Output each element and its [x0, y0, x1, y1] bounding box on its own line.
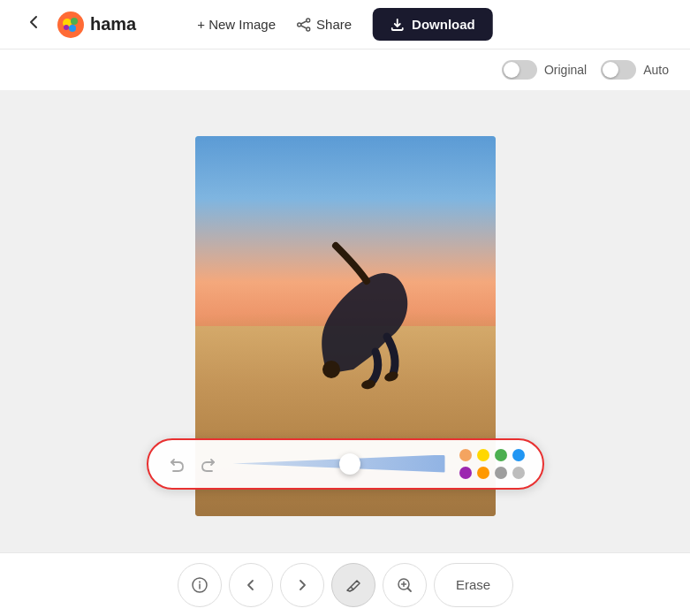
svg-point-3 — [69, 25, 76, 32]
prev-button[interactable] — [229, 563, 273, 607]
color-dot-green[interactable] — [495, 449, 507, 461]
color-dot-yellow[interactable] — [477, 449, 489, 461]
erase-button[interactable]: Erase — [434, 563, 513, 607]
svg-line-9 — [301, 26, 307, 28]
svg-point-15 — [199, 581, 201, 582]
svg-point-6 — [298, 23, 301, 27]
undo-redo-group — [166, 453, 219, 475]
new-image-button[interactable]: + New Image — [197, 17, 276, 32]
color-dot-orange[interactable] — [477, 467, 489, 479]
eraser-tool-button[interactable] — [331, 563, 375, 607]
svg-point-2 — [71, 18, 78, 25]
svg-line-17 — [407, 588, 411, 591]
prev-icon — [244, 578, 258, 592]
info-icon — [191, 576, 209, 594]
undo-button[interactable] — [166, 453, 187, 475]
header: hama + New Image Share Download — [0, 0, 690, 49]
brush-size-slider[interactable] — [233, 451, 445, 477]
brush-toolbar — [147, 438, 544, 490]
auto-label: Auto — [643, 63, 669, 77]
original-toggle[interactable] — [502, 60, 537, 80]
erase-label: Erase — [456, 577, 490, 592]
redo-icon — [200, 455, 217, 473]
color-dot-purple[interactable] — [459, 467, 472, 479]
share-button[interactable]: Share — [297, 17, 352, 32]
svg-point-5 — [307, 19, 310, 22]
original-label: Original — [544, 63, 587, 77]
svg-point-10 — [322, 361, 340, 378]
color-dot-blue[interactable] — [512, 449, 525, 461]
person-silhouette — [309, 232, 424, 409]
main-area — [0, 90, 690, 552]
back-button[interactable] — [18, 10, 49, 39]
download-button[interactable]: Download — [373, 8, 493, 41]
color-dot-light-gray[interactable] — [512, 467, 525, 479]
zoom-icon — [396, 576, 413, 594]
next-button[interactable] — [280, 563, 324, 607]
eraser-icon — [345, 576, 362, 594]
svg-point-4 — [64, 25, 69, 30]
auto-toggle-item: Auto — [601, 60, 669, 80]
logo-text: hama — [90, 14, 136, 34]
color-palette — [459, 449, 525, 479]
bottom-toolbar: Erase — [0, 552, 690, 616]
hama-logo-icon — [57, 11, 85, 39]
svg-point-7 — [307, 27, 310, 31]
color-dot-gray[interactable] — [495, 467, 507, 479]
download-icon — [390, 18, 405, 32]
header-center: + New Image Share Download — [197, 8, 493, 41]
image-container — [195, 136, 496, 516]
toggles-row: Original Auto — [0, 49, 690, 90]
slider-track — [233, 451, 445, 477]
share-icon — [297, 18, 311, 32]
auto-toggle[interactable] — [601, 60, 636, 80]
svg-line-8 — [301, 21, 307, 24]
original-toggle-item: Original — [502, 60, 587, 80]
next-icon — [295, 578, 309, 592]
info-button[interactable] — [178, 563, 222, 607]
slider-thumb[interactable] — [339, 453, 360, 475]
color-dot-sand[interactable] — [459, 449, 472, 461]
redo-button[interactable] — [198, 453, 219, 475]
logo: hama — [57, 11, 136, 39]
undo-icon — [168, 455, 186, 473]
zoom-button[interactable] — [383, 563, 427, 607]
